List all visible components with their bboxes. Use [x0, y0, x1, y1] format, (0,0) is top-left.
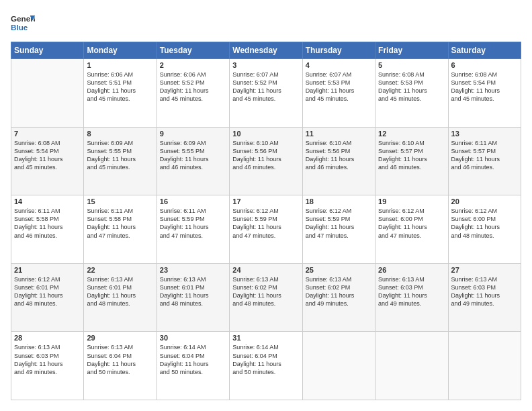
day-number: 3 [232, 61, 299, 69]
calendar-header-friday: Friday [375, 42, 448, 59]
calendar-day: 21Sunrise: 6:12 AM Sunset: 6:01 PM Dayli… [11, 263, 84, 332]
calendar-day: 23Sunrise: 6:13 AM Sunset: 6:01 PM Dayli… [157, 263, 229, 332]
calendar-week-4: 21Sunrise: 6:12 AM Sunset: 6:01 PM Dayli… [11, 263, 521, 332]
calendar-day: 29Sunrise: 6:13 AM Sunset: 6:04 PM Dayli… [84, 332, 157, 400]
calendar-day: 2Sunrise: 6:06 AM Sunset: 5:52 PM Daylig… [157, 59, 229, 128]
day-number: 5 [378, 61, 445, 69]
calendar-day [302, 332, 375, 400]
day-number: 6 [451, 61, 518, 69]
day-number: 16 [160, 197, 226, 205]
day-number: 27 [451, 266, 518, 274]
day-number: 17 [232, 197, 299, 205]
day-number: 19 [378, 197, 445, 205]
day-info: Sunrise: 6:06 AM Sunset: 5:52 PM Dayligh… [160, 71, 226, 103]
calendar-day: 15Sunrise: 6:11 AM Sunset: 5:58 PM Dayli… [84, 195, 157, 264]
day-info: Sunrise: 6:07 AM Sunset: 5:53 PM Dayligh… [306, 71, 372, 103]
svg-text:General: General [11, 14, 35, 23]
calendar-day: 12Sunrise: 6:10 AM Sunset: 5:57 PM Dayli… [375, 127, 448, 195]
calendar-day: 22Sunrise: 6:13 AM Sunset: 6:01 PM Dayli… [84, 263, 157, 332]
calendar-day: 8Sunrise: 6:09 AM Sunset: 5:55 PM Daylig… [84, 127, 157, 195]
day-info: Sunrise: 6:11 AM Sunset: 5:58 PM Dayligh… [14, 207, 81, 240]
day-info: Sunrise: 6:08 AM Sunset: 5:54 PM Dayligh… [451, 71, 518, 103]
page: General Blue SundayMondayTuesdayWednesda… [0, 0, 532, 411]
calendar-header-sunday: Sunday [11, 42, 84, 59]
day-number: 20 [451, 197, 518, 205]
calendar-day: 13Sunrise: 6:11 AM Sunset: 5:57 PM Dayli… [448, 127, 521, 195]
day-number: 7 [14, 130, 81, 138]
day-number: 24 [232, 266, 299, 274]
day-number: 30 [160, 334, 226, 342]
calendar-day: 11Sunrise: 6:10 AM Sunset: 5:56 PM Dayli… [302, 127, 375, 195]
calendar-day: 26Sunrise: 6:13 AM Sunset: 6:03 PM Dayli… [375, 263, 448, 332]
calendar-day: 25Sunrise: 6:13 AM Sunset: 6:02 PM Dayli… [302, 263, 375, 332]
day-number: 8 [87, 130, 153, 138]
calendar-day: 17Sunrise: 6:12 AM Sunset: 5:59 PM Dayli… [230, 195, 302, 264]
day-info: Sunrise: 6:07 AM Sunset: 5:52 PM Dayligh… [232, 71, 299, 103]
day-info: Sunrise: 6:13 AM Sunset: 6:04 PM Dayligh… [87, 343, 153, 376]
day-number: 29 [87, 334, 153, 342]
day-info: Sunrise: 6:06 AM Sunset: 5:51 PM Dayligh… [87, 71, 153, 103]
calendar-week-5: 28Sunrise: 6:13 AM Sunset: 6:03 PM Dayli… [11, 332, 521, 400]
calendar-day: 16Sunrise: 6:11 AM Sunset: 5:59 PM Dayli… [157, 195, 229, 264]
day-number: 22 [87, 266, 153, 274]
calendar-header-thursday: Thursday [302, 42, 375, 59]
calendar-day [375, 332, 448, 400]
day-number: 23 [160, 266, 226, 274]
calendar-day: 5Sunrise: 6:08 AM Sunset: 5:53 PM Daylig… [375, 59, 448, 128]
calendar-header-monday: Monday [84, 42, 157, 59]
day-info: Sunrise: 6:13 AM Sunset: 6:02 PM Dayligh… [306, 275, 372, 308]
day-info: Sunrise: 6:12 AM Sunset: 5:59 PM Dayligh… [232, 207, 299, 240]
calendar-day: 7Sunrise: 6:08 AM Sunset: 5:54 PM Daylig… [11, 127, 84, 195]
day-info: Sunrise: 6:10 AM Sunset: 5:57 PM Dayligh… [378, 139, 445, 172]
calendar-week-2: 7Sunrise: 6:08 AM Sunset: 5:54 PM Daylig… [11, 127, 521, 195]
day-number: 28 [14, 334, 81, 342]
calendar-day: 28Sunrise: 6:13 AM Sunset: 6:03 PM Dayli… [11, 332, 84, 400]
calendar-week-3: 14Sunrise: 6:11 AM Sunset: 5:58 PM Dayli… [11, 195, 521, 264]
calendar-day [11, 59, 84, 128]
header: General Blue [11, 11, 521, 35]
day-number: 4 [306, 61, 372, 69]
day-info: Sunrise: 6:14 AM Sunset: 6:04 PM Dayligh… [160, 343, 226, 376]
svg-text:Blue: Blue [11, 23, 28, 32]
day-number: 11 [306, 130, 372, 138]
day-info: Sunrise: 6:13 AM Sunset: 6:03 PM Dayligh… [451, 275, 518, 308]
day-info: Sunrise: 6:09 AM Sunset: 5:55 PM Dayligh… [160, 139, 226, 172]
day-info: Sunrise: 6:11 AM Sunset: 5:58 PM Dayligh… [87, 207, 153, 240]
calendar-day: 31Sunrise: 6:14 AM Sunset: 6:04 PM Dayli… [230, 332, 302, 400]
day-number: 12 [378, 130, 445, 138]
calendar-day: 27Sunrise: 6:13 AM Sunset: 6:03 PM Dayli… [448, 263, 521, 332]
day-info: Sunrise: 6:11 AM Sunset: 5:59 PM Dayligh… [160, 207, 226, 240]
day-info: Sunrise: 6:13 AM Sunset: 6:01 PM Dayligh… [160, 275, 226, 308]
calendar-day: 3Sunrise: 6:07 AM Sunset: 5:52 PM Daylig… [230, 59, 302, 128]
day-number: 15 [87, 197, 153, 205]
day-info: Sunrise: 6:08 AM Sunset: 5:54 PM Dayligh… [14, 139, 81, 172]
day-number: 26 [378, 266, 445, 274]
day-number: 21 [14, 266, 81, 274]
day-info: Sunrise: 6:13 AM Sunset: 6:03 PM Dayligh… [14, 343, 81, 376]
calendar-day: 18Sunrise: 6:12 AM Sunset: 5:59 PM Dayli… [302, 195, 375, 264]
day-info: Sunrise: 6:12 AM Sunset: 6:00 PM Dayligh… [378, 207, 445, 240]
day-info: Sunrise: 6:12 AM Sunset: 6:01 PM Dayligh… [14, 275, 81, 308]
day-info: Sunrise: 6:14 AM Sunset: 6:04 PM Dayligh… [232, 343, 299, 376]
calendar-header-tuesday: Tuesday [157, 42, 229, 59]
calendar-day: 30Sunrise: 6:14 AM Sunset: 6:04 PM Dayli… [157, 332, 229, 400]
day-info: Sunrise: 6:13 AM Sunset: 6:02 PM Dayligh… [232, 275, 299, 308]
day-info: Sunrise: 6:08 AM Sunset: 5:53 PM Dayligh… [378, 71, 445, 103]
calendar-day: 6Sunrise: 6:08 AM Sunset: 5:54 PM Daylig… [448, 59, 521, 128]
day-number: 13 [451, 130, 518, 138]
calendar-day: 20Sunrise: 6:12 AM Sunset: 6:00 PM Dayli… [448, 195, 521, 264]
day-number: 9 [160, 130, 226, 138]
day-info: Sunrise: 6:13 AM Sunset: 6:03 PM Dayligh… [378, 275, 445, 308]
day-info: Sunrise: 6:09 AM Sunset: 5:55 PM Dayligh… [87, 139, 153, 172]
calendar-day: 14Sunrise: 6:11 AM Sunset: 5:58 PM Dayli… [11, 195, 84, 264]
calendar-day: 24Sunrise: 6:13 AM Sunset: 6:02 PM Dayli… [230, 263, 302, 332]
calendar-day: 10Sunrise: 6:10 AM Sunset: 5:56 PM Dayli… [230, 127, 302, 195]
calendar-day: 4Sunrise: 6:07 AM Sunset: 5:53 PM Daylig… [302, 59, 375, 128]
day-info: Sunrise: 6:13 AM Sunset: 6:01 PM Dayligh… [87, 275, 153, 308]
calendar-header-row: SundayMondayTuesdayWednesdayThursdayFrid… [11, 42, 521, 59]
day-number: 18 [306, 197, 372, 205]
calendar-table: SundayMondayTuesdayWednesdayThursdayFrid… [11, 42, 521, 400]
calendar-day: 9Sunrise: 6:09 AM Sunset: 5:55 PM Daylig… [157, 127, 229, 195]
calendar-day [448, 332, 521, 400]
logo: General Blue [11, 11, 38, 35]
